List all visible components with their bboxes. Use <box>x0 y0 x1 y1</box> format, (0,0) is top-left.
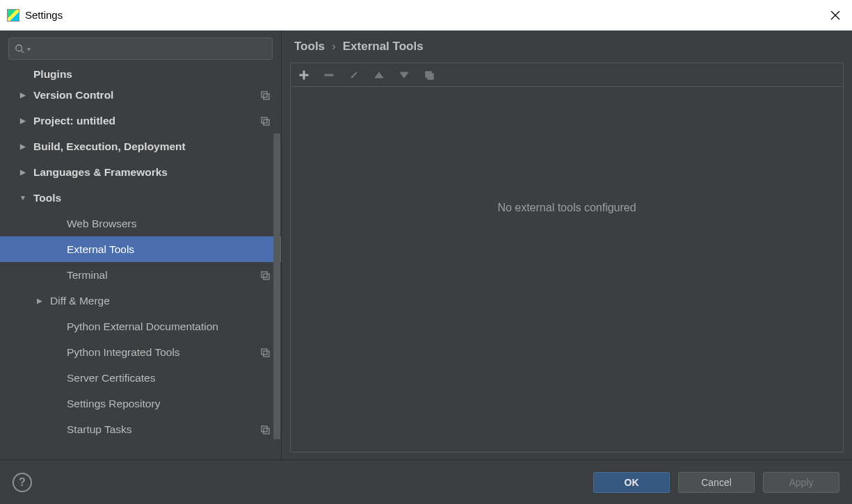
sidebar-item-startup-tasks[interactable]: Startup Tasks <box>0 416 281 442</box>
svg-rect-4 <box>262 92 267 97</box>
sidebar-item-settings-repository[interactable]: Settings Repository <box>0 391 281 416</box>
svg-marker-18 <box>375 72 383 78</box>
breadcrumb-leaf: External Tools <box>343 40 424 54</box>
svg-rect-13 <box>264 428 269 434</box>
sidebar-item-tools[interactable]: ▼Tools <box>0 185 281 211</box>
move-up-button[interactable] <box>371 67 387 83</box>
svg-rect-15 <box>300 74 308 76</box>
remove-button[interactable] <box>321 67 337 83</box>
chevron-right-icon: ▶ <box>17 143 29 150</box>
sidebar-item-label: Settings Repository <box>67 398 160 410</box>
panel-empty-text: No external tools configured <box>291 87 843 452</box>
sidebar-item-label: Web Browsers <box>67 218 137 230</box>
sidebar: ▾ Plugins▶Version Control▶Project: untit… <box>0 31 282 460</box>
panel-toolbar <box>291 63 843 87</box>
chevron-right-icon: ▶ <box>33 297 46 304</box>
copy-button[interactable] <box>421 67 437 83</box>
titlebar: Settings <box>0 0 852 31</box>
breadcrumb: Tools › External Tools <box>282 31 852 63</box>
sidebar-item-label: Build, Execution, Deployment <box>33 140 186 153</box>
sidebar-item-web-browsers[interactable]: Web Browsers <box>0 211 281 236</box>
app-icon <box>7 9 19 22</box>
sidebar-item-server-certificates[interactable]: Server Certificates <box>0 365 281 391</box>
svg-rect-5 <box>264 94 269 99</box>
project-scope-icon <box>260 270 270 280</box>
sidebar-item-label: Languages & Frameworks <box>33 166 168 179</box>
sidebar-item-label: Python Integrated Tools <box>67 346 180 359</box>
sidebar-item-label: Diff & Merge <box>50 295 110 307</box>
svg-rect-11 <box>264 351 269 357</box>
window-title: Settings <box>25 9 63 21</box>
sidebar-item-external-tools[interactable]: External Tools <box>0 236 281 262</box>
sidebar-item-label: Startup Tasks <box>67 423 132 436</box>
svg-rect-12 <box>262 426 267 432</box>
svg-rect-9 <box>264 274 269 279</box>
sidebar-item-project-untitled[interactable]: ▶Project: untitled <box>0 108 281 133</box>
sidebar-item-label: Version Control <box>33 89 113 101</box>
add-button[interactable] <box>296 67 312 83</box>
sidebar-item-label: Tools <box>33 192 61 204</box>
content-area: Tools › External Tools <box>282 31 852 460</box>
sidebar-item-plugins[interactable]: Plugins <box>0 67 281 82</box>
breadcrumb-root[interactable]: Tools <box>294 40 325 54</box>
tree-scrollbar[interactable] <box>273 64 281 460</box>
sidebar-item-languages-frameworks[interactable]: ▶Languages & Frameworks <box>0 159 281 185</box>
sidebar-item-label: Terminal <box>67 269 108 282</box>
sidebar-item-label: Server Certificates <box>67 372 155 384</box>
chevron-right-icon: ▶ <box>17 91 29 99</box>
svg-rect-6 <box>262 117 267 123</box>
svg-rect-16 <box>325 74 333 76</box>
project-scope-icon <box>260 348 270 357</box>
sidebar-item-label: External Tools <box>67 243 134 256</box>
footer: ? OK Cancel Apply <box>0 460 852 504</box>
apply-button[interactable]: Apply <box>763 472 839 493</box>
settings-tree: Plugins▶Version Control▶Project: untitle… <box>0 64 281 460</box>
project-scope-icon <box>260 116 270 126</box>
search-input[interactable]: ▾ <box>8 38 273 60</box>
external-tools-panel: No external tools configured <box>290 63 844 453</box>
chevron-right-icon: › <box>332 40 336 54</box>
ok-button[interactable]: OK <box>593 472 670 493</box>
svg-marker-19 <box>400 72 408 78</box>
sidebar-item-build-execution-deployment[interactable]: ▶Build, Execution, Deployment <box>0 133 281 159</box>
sidebar-item-python-external-documentation[interactable]: Python External Documentation <box>0 314 281 339</box>
help-button[interactable]: ? <box>13 473 32 492</box>
sidebar-item-label: Plugins <box>33 68 72 81</box>
svg-rect-7 <box>264 120 269 125</box>
search-dropdown-icon[interactable]: ▾ <box>27 45 31 53</box>
move-down-button[interactable] <box>396 67 412 83</box>
project-scope-icon <box>260 90 270 100</box>
tree-scroll-thumb[interactable] <box>273 133 280 439</box>
chevron-right-icon: ▶ <box>17 168 29 176</box>
svg-rect-21 <box>428 74 433 79</box>
sidebar-item-label: Project: untitled <box>33 115 115 127</box>
project-scope-icon <box>260 425 270 434</box>
sidebar-item-diff-merge[interactable]: ▶Diff & Merge <box>0 288 281 314</box>
svg-rect-10 <box>262 349 267 355</box>
svg-point-2 <box>16 45 22 51</box>
close-button[interactable] <box>826 6 845 25</box>
sidebar-item-terminal[interactable]: Terminal <box>0 262 281 288</box>
cancel-button[interactable]: Cancel <box>678 472 755 493</box>
chevron-down-icon: ▼ <box>17 194 29 202</box>
svg-rect-8 <box>262 272 267 277</box>
sidebar-item-version-control[interactable]: ▶Version Control <box>0 82 281 108</box>
sidebar-item-label: Python External Documentation <box>67 320 218 333</box>
chevron-right-icon: ▶ <box>17 117 29 124</box>
edit-button[interactable] <box>346 67 362 83</box>
sidebar-item-python-integrated-tools[interactable]: Python Integrated Tools <box>0 339 281 365</box>
svg-line-3 <box>22 51 24 54</box>
